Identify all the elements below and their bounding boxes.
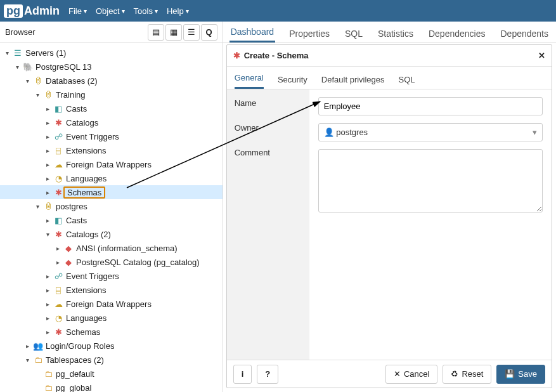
app-logo: pgAdmin <box>4 4 60 18</box>
casts-icon: ◧ <box>53 104 63 114</box>
tree-training-lang[interactable]: ▸◔Languages <box>0 171 223 185</box>
roles-icon: 👥 <box>33 341 43 351</box>
elephant-icon: 🐘 <box>23 62 33 72</box>
chevron-down-icon: ▾ <box>186 8 189 15</box>
dialog-tab-defpriv[interactable]: Default privileges <box>321 70 385 89</box>
label-comment: Comment <box>235 148 301 157</box>
menu-file[interactable]: File▾ <box>68 6 87 16</box>
tree-postgres-ext[interactable]: ▸⌸Extensions <box>0 283 223 297</box>
owner-select[interactable]: 👤 postgres ▾ <box>318 123 543 141</box>
recycle-icon: ♻ <box>451 369 458 379</box>
catalog-icon: ✱ <box>53 118 63 127</box>
browser-panel: Browser ▤ ▦ ☰ Q ▾☰Servers (1) ▾🐘PostgreS… <box>0 22 223 392</box>
close-icon[interactable]: ✕ <box>538 51 545 60</box>
browser-title: Browser <box>5 27 36 37</box>
right-panel: Dashboard Properties SQL Statistics Depe… <box>223 22 556 392</box>
tree-training-events[interactable]: ▸☍Event Triggers <box>0 129 223 143</box>
tree-ts-global[interactable]: 🗀pg_global <box>0 381 223 392</box>
chevron-down-icon: ▾ <box>84 8 87 15</box>
dialog-tab-security[interactable]: Security <box>278 70 307 89</box>
folder-icon: 🗀 <box>43 369 53 379</box>
database-icon: 🛢 <box>43 90 53 100</box>
tablespace-icon: 🗀 <box>33 355 43 365</box>
reset-button[interactable]: ♻Reset <box>443 365 491 384</box>
tree-training-ext[interactable]: ▸⌸Extensions <box>0 143 223 157</box>
tree-postgres[interactable]: ▾🛢postgres <box>0 199 223 213</box>
chevron-down-icon: ▾ <box>122 8 125 15</box>
tab-dependencies[interactable]: Dependencies <box>427 25 487 42</box>
help-button[interactable]: ? <box>257 365 278 384</box>
menu-tools[interactable]: Tools▾ <box>134 6 158 16</box>
tree-pg13[interactable]: ▾🐘PostgreSQL 13 <box>0 60 223 74</box>
save-icon: 💾 <box>505 369 515 379</box>
user-icon: 👤 <box>324 127 334 137</box>
tree-postgres-fdw[interactable]: ▸☁Foreign Data Wrappers <box>0 297 223 311</box>
catalog-icon: ✱ <box>53 230 63 239</box>
toolbar-search-icon[interactable]: Q <box>201 24 217 41</box>
event-icon: ☍ <box>53 271 63 281</box>
tree-training-fdw[interactable]: ▸☁Foreign Data Wrappers <box>0 157 223 171</box>
server-group-icon: ☰ <box>13 48 23 58</box>
dialog-tab-general[interactable]: General <box>235 69 264 89</box>
object-tree[interactable]: ▾☰Servers (1) ▾🐘PostgreSQL 13 ▾🛢Database… <box>0 43 223 392</box>
tree-postgres-catalogs[interactable]: ▾✱Catalogs (2) <box>0 227 223 241</box>
info-button[interactable]: i <box>233 365 252 384</box>
save-button[interactable]: 💾Save <box>496 365 545 384</box>
schema-icon: ✱ <box>53 188 63 197</box>
tree-postgres-lang[interactable]: ▸◔Languages <box>0 311 223 325</box>
tree-tablespaces[interactable]: ▾🗀Tablespaces (2) <box>0 353 223 367</box>
tree-servers[interactable]: ▾☰Servers (1) <box>0 46 223 60</box>
tree-pgcatalog[interactable]: ▸◆PostgreSQL Catalog (pg_catalog) <box>0 255 223 269</box>
language-icon: ◔ <box>53 313 63 323</box>
chevron-down-icon: ▾ <box>155 8 158 15</box>
label-owner: Owner <box>235 123 301 133</box>
menubar: pgAdmin File▾ Object▾ Tools▾ Help▾ <box>0 0 556 22</box>
toolbar-grid-icon[interactable]: ▦ <box>165 24 182 41</box>
tree-postgres-events[interactable]: ▸☍Event Triggers <box>0 269 223 283</box>
cancel-button[interactable]: ✕Cancel <box>385 365 437 384</box>
chevron-down-icon: ▾ <box>533 127 537 137</box>
tree-postgres-casts[interactable]: ▸◧Casts <box>0 213 223 227</box>
tree-training-casts[interactable]: ▸◧Casts <box>0 101 223 115</box>
comment-textarea[interactable] <box>318 149 543 212</box>
tree-training[interactable]: ▾🛢Training <box>0 88 223 101</box>
tab-statistics[interactable]: Statistics <box>377 25 415 42</box>
toolbar-db-icon[interactable]: ▤ <box>148 24 164 41</box>
catalog-item-icon: ◆ <box>63 258 74 267</box>
schema-icon: ✱ <box>53 327 63 337</box>
toolbar-filter-icon[interactable]: ☰ <box>183 24 200 41</box>
close-icon: ✕ <box>394 369 401 379</box>
name-input[interactable] <box>318 97 543 115</box>
language-icon: ◔ <box>53 174 63 183</box>
main-tabs: Dashboard Properties SQL Statistics Depe… <box>223 22 556 43</box>
tree-training-catalogs[interactable]: ▸✱Catalogs <box>0 115 223 129</box>
tab-properties[interactable]: Properties <box>288 25 331 42</box>
tree-training-schemas[interactable]: ▸✱Schemas <box>0 185 223 199</box>
extension-icon: ⌸ <box>53 146 63 155</box>
tree-ansi[interactable]: ▸◆ANSI (information_schema) <box>0 241 223 255</box>
dialog-title: Create - Schema <box>244 51 309 60</box>
tree-databases[interactable]: ▾🛢Databases (2) <box>0 74 223 88</box>
tree-postgres-schemas[interactable]: ▸✱Schemas <box>0 325 223 339</box>
tab-dependents[interactable]: Dependents <box>499 25 550 42</box>
catalog-item-icon: ◆ <box>63 244 74 253</box>
tree-ts-default[interactable]: 🗀pg_default <box>0 367 223 381</box>
menu-help[interactable]: Help▾ <box>167 6 189 16</box>
menu-object[interactable]: Object▾ <box>96 6 125 16</box>
logo-admin: Admin <box>24 4 60 18</box>
logo-pg: pg <box>4 4 23 18</box>
tab-sql[interactable]: SQL <box>344 25 364 42</box>
database-icon: 🛢 <box>33 76 43 86</box>
fdw-icon: ☁ <box>53 160 63 169</box>
casts-icon: ◧ <box>53 216 63 225</box>
schema-icon: ✱ <box>233 51 240 60</box>
dialog-tab-sql[interactable]: SQL <box>399 70 415 89</box>
tree-roles[interactable]: ▸👥Login/Group Roles <box>0 339 223 353</box>
tab-dashboard[interactable]: Dashboard <box>230 23 276 42</box>
database-icon: 🛢 <box>43 202 53 211</box>
folder-icon: 🗀 <box>43 383 53 393</box>
fdw-icon: ☁ <box>53 299 63 309</box>
extension-icon: ⌸ <box>53 285 63 295</box>
event-icon: ☍ <box>53 132 63 141</box>
label-name: Name <box>235 98 301 108</box>
